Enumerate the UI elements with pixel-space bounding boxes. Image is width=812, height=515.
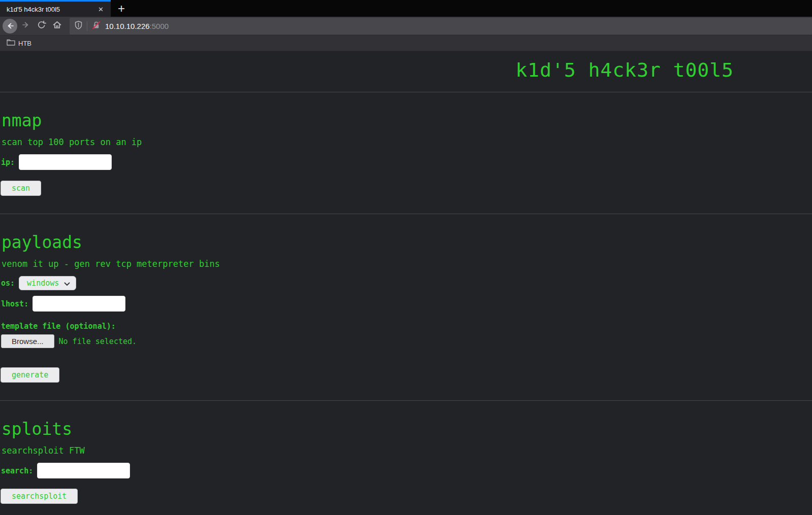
insecure-lock-icon[interactable] <box>92 21 101 31</box>
payloads-subtitle: venom it up - gen rev tcp meterpreter bi… <box>2 259 812 269</box>
page-title: k1d'5 h4ck3r t00l5 <box>0 51 812 81</box>
browser-tab[interactable]: k1d'5 h4ck3r t00l5 ✕ <box>0 0 111 17</box>
page-header: k1d'5 h4ck3r t00l5 <box>0 51 812 92</box>
new-tab-button[interactable]: + <box>113 1 129 16</box>
lhost-label: lhost: <box>1 299 28 308</box>
os-label: os: <box>1 279 15 288</box>
generate-button-row: generate <box>1 367 812 383</box>
reload-icon <box>37 20 46 31</box>
home-button[interactable] <box>49 18 65 34</box>
urlbar-divider <box>87 21 87 31</box>
file-status-text: No file selected. <box>59 337 137 346</box>
bookmark-folder-htb[interactable]: HTB <box>7 39 31 48</box>
lhost-input[interactable] <box>33 296 125 312</box>
shield-icon[interactable] <box>75 21 82 31</box>
ip-input[interactable] <box>19 154 112 170</box>
navigation-toolbar: 10.10.10.226 :5000 <box>0 17 812 36</box>
browse-button[interactable]: Browse... <box>1 334 54 348</box>
tab-title: k1d'5 h4ck3r t00l5 <box>0 6 96 13</box>
os-select[interactable]: windows <box>19 276 76 290</box>
payloads-heading: payloads <box>2 232 812 252</box>
url-port: :5000 <box>150 22 169 30</box>
back-icon <box>3 19 17 33</box>
sploits-heading: sploits <box>2 419 812 439</box>
scan-button[interactable]: scan <box>1 181 41 196</box>
generate-button[interactable]: generate <box>1 367 59 383</box>
forward-button[interactable] <box>18 18 34 34</box>
scan-button-row: scan <box>1 181 812 196</box>
nmap-heading: nmap <box>2 111 812 130</box>
searchsploit-button-row: searchsploit <box>1 489 812 504</box>
nmap-subtitle: scan top 100 ports on an ip <box>2 137 812 147</box>
ip-row: ip: <box>1 154 812 170</box>
os-selected-value: windows <box>27 279 59 288</box>
reload-button[interactable] <box>34 18 49 34</box>
bookmarks-toolbar: HTB <box>0 36 812 51</box>
section-divider <box>0 214 812 214</box>
payloads-section: payloads venom it up - gen rev tcp meter… <box>0 232 812 401</box>
back-button[interactable] <box>2 18 18 34</box>
lhost-row: lhost: <box>1 296 812 312</box>
ip-label: ip: <box>1 158 15 167</box>
url-host: 10.10.10.226 <box>105 22 150 30</box>
home-icon <box>52 20 62 31</box>
template-file-label: template file (optional): <box>1 322 812 331</box>
web-page: k1d'5 h4ck3r t00l5 nmap scan top 100 por… <box>0 51 812 515</box>
folder-icon <box>7 39 15 48</box>
sploits-subtitle: searchsploit FTW <box>2 445 812 456</box>
search-input[interactable] <box>37 463 130 478</box>
searchsploit-button[interactable]: searchsploit <box>1 489 78 504</box>
forward-icon <box>21 20 30 31</box>
address-bar[interactable]: 10.10.10.226 :5000 <box>70 18 812 35</box>
sploits-section: sploits searchsploit FTW search: searchs… <box>0 419 812 504</box>
section-divider <box>0 400 812 401</box>
bookmark-label: HTB <box>18 40 31 47</box>
search-row: search: <box>1 463 812 478</box>
search-label: search: <box>1 466 33 475</box>
tab-bar: k1d'5 h4ck3r t00l5 ✕ + <box>0 0 812 17</box>
tab-close-icon[interactable]: ✕ <box>96 5 105 14</box>
template-file-row: Browse... No file selected. <box>1 334 812 348</box>
nmap-section: nmap scan top 100 ports on an ip ip: sca… <box>0 111 812 214</box>
os-row: os: windows <box>1 276 812 290</box>
chevron-down-icon <box>64 279 70 288</box>
